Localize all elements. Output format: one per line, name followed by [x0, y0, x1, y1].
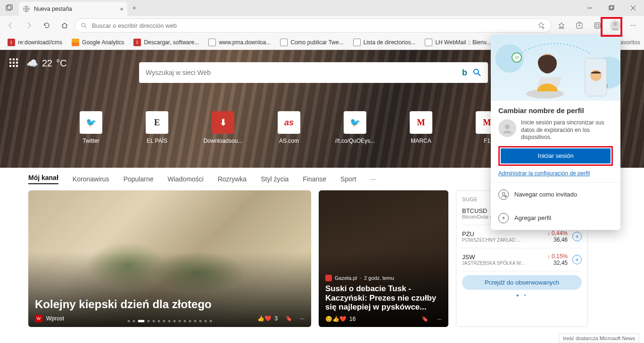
feed-tab[interactable]: Rozrywka — [218, 175, 247, 183]
watchlist-button[interactable]: Przejdź do obserwowanych — [462, 275, 582, 290]
feed-tab[interactable]: Sport — [340, 175, 356, 183]
tab-actions-icon[interactable] — [0, 4, 19, 12]
search-icon[interactable] — [473, 68, 481, 77]
reload-button[interactable] — [39, 17, 55, 33]
stock-row[interactable]: JSWJASTRZĘBSKA SPÓŁKA W... ↓ 0,15%32,45 … — [462, 248, 582, 271]
bookmark-label: LH WebMail :: Bienv... — [435, 39, 491, 46]
browse-guest-action[interactable]: ? Navegar como invitado — [491, 183, 620, 206]
svg-point-32 — [502, 192, 505, 195]
maximize-button[interactable] — [601, 0, 622, 16]
flyout-illustration: ⟳ ⟳ — [491, 35, 620, 101]
bookmark-item[interactable]: Google Analytics — [68, 37, 128, 48]
bookmark-item[interactable]: ⇩Descargar, software... — [130, 37, 203, 48]
stock-change: 0,15% — [552, 253, 568, 260]
favorite-star-icon[interactable] — [537, 21, 545, 30]
card-more-icon[interactable]: ··· — [300, 315, 305, 322]
feed-tab[interactable]: Finanse — [303, 175, 326, 183]
card-more-icon[interactable]: ··· — [437, 316, 442, 322]
bookmark-label: re:download//cms — [18, 39, 62, 46]
action-label: Agregar perfil — [514, 214, 551, 221]
title-bar: Nueva pestaña ✕ ＋ — [0, 0, 644, 16]
bookmark-label: Lista de directorios... — [363, 39, 416, 46]
news-card-medium[interactable]: Gazeta.pl · 2 godz. temu Suski o debacie… — [319, 190, 448, 327]
quick-tile[interactable]: MMARCA — [402, 111, 440, 151]
add-stock-icon[interactable]: + — [572, 255, 582, 264]
bookmark-item[interactable]: Como publicar Twe... — [276, 37, 347, 48]
bookmark-item[interactable]: LH WebMail :: Bienv... — [421, 37, 495, 48]
add-profile-action[interactable]: + Agregar perfil — [491, 206, 620, 230]
svg-rect-16 — [596, 24, 599, 27]
add-stock-icon[interactable]: + — [572, 232, 582, 241]
feed-tab[interactable]: Mój kanał — [28, 174, 58, 184]
home-button[interactable] — [57, 17, 73, 33]
close-window-button[interactable] — [622, 0, 644, 16]
collections-button[interactable] — [571, 17, 587, 33]
manage-profile-link[interactable]: Administrar la configuración de perfil — [498, 170, 590, 177]
tab-close-icon[interactable]: ✕ — [120, 7, 124, 12]
browser-tab[interactable]: Nueva pestaña ✕ — [19, 2, 127, 16]
quick-tile[interactable]: ⬇Downloadsou... — [204, 111, 242, 151]
card-reactions[interactable]: 👍❤️ 3 🔖 ··· — [257, 315, 305, 322]
card-title: Suski o debacie Tusk - Kaczyński: Prezes… — [325, 284, 442, 312]
favorites-button[interactable] — [553, 17, 570, 33]
cloud-icon: ☁️ — [26, 57, 38, 69]
stock-symbol: JSW — [462, 253, 547, 261]
more-menu-button[interactable]: ··· — [625, 17, 641, 33]
widget-pager[interactable]: ● • — [462, 293, 582, 298]
weather-unit: °C — [56, 58, 66, 69]
bookmark-label: Google Analytics — [82, 39, 124, 46]
bookmark-item[interactable]: ⇩re:download//cms — [4, 37, 66, 48]
tab-title: Nueva pestaña — [34, 6, 72, 12]
sign-in-button[interactable]: Iniciar sesión — [501, 148, 611, 163]
app-launcher-icon[interactable] — [9, 58, 19, 68]
quick-tile[interactable]: 🐦//t.co/QuOEys... — [336, 111, 374, 151]
hero-search-bar[interactable]: b — [139, 62, 488, 83]
feed-tab[interactable]: Popularne — [124, 175, 154, 183]
news-attribution: treść dostarcza Microsoft News — [559, 334, 639, 343]
bookmark-label: Descargar, software... — [144, 39, 199, 46]
bookmark-label: www.pma.downloa... — [219, 39, 271, 46]
stock-change: 0,44% — [552, 230, 568, 237]
bookmark-icon[interactable]: 🔖 — [285, 315, 292, 322]
profile-flyout: ⟳ ⟳ Cambiar nombre de perfil Inicie sesi… — [491, 35, 620, 230]
svg-line-9 — [85, 26, 87, 28]
card-title: Kolejny kiepski dzień dla złotego — [35, 298, 305, 311]
bookmark-item[interactable]: Lista de directorios... — [349, 37, 420, 48]
bookmark-item[interactable]: www.pma.downloa... — [205, 37, 274, 48]
bookmarks-overflow[interactable]: Favoritos — [617, 39, 640, 46]
feed-tab-more[interactable]: ··· — [371, 175, 376, 183]
bing-icon[interactable]: b — [462, 68, 467, 78]
minimize-button[interactable] — [579, 0, 601, 16]
card-reactions[interactable]: 😊👍❤️ 16 — [325, 316, 355, 322]
new-tab-button[interactable]: ＋ — [127, 4, 141, 12]
quick-tile[interactable]: asAS.com — [270, 111, 308, 151]
svg-point-31 — [505, 124, 510, 129]
weather-widget[interactable]: ☁️ 22°C — [26, 57, 67, 69]
annotation-highlight: Iniciar sesión — [498, 146, 613, 166]
tile-label: MARCA — [411, 138, 431, 144]
news-card-large[interactable]: Kolejny kiepski dzień dla złotego W Wpro… — [28, 190, 311, 327]
svg-point-19 — [474, 69, 479, 74]
card-source: Wprost — [46, 315, 64, 322]
action-label: Navegar como invitado — [514, 191, 577, 198]
svg-rect-5 — [610, 5, 614, 9]
stock-price: 36,46 — [547, 237, 568, 243]
address-bar[interactable]: Buscar o escribir dirección web — [74, 18, 552, 33]
stock-price: 32,45 — [547, 260, 568, 266]
bookmark-icon[interactable]: 🔖 — [421, 316, 429, 322]
quick-tile[interactable]: 🐦Twitter — [72, 111, 110, 151]
quick-tile[interactable]: EEL PAÍS — [138, 111, 176, 151]
back-button[interactable] — [3, 17, 19, 33]
like-icon: 😊👍❤️ — [325, 316, 347, 322]
tile-label: Downloadsou... — [204, 138, 243, 144]
feed-tab[interactable]: Styl życia — [261, 175, 289, 183]
tile-label: AS.com — [279, 138, 299, 144]
globe-icon — [23, 5, 30, 13]
feed-tab[interactable]: Wiadomości — [167, 175, 203, 183]
feed-tab[interactable]: Koronawirus — [73, 175, 109, 183]
hero-search-input[interactable] — [146, 69, 462, 76]
forward-button[interactable] — [21, 17, 37, 33]
like-count: 16 — [349, 316, 355, 322]
like-icon: 👍❤️ — [257, 315, 272, 322]
carousel-dots[interactable] — [128, 320, 212, 322]
